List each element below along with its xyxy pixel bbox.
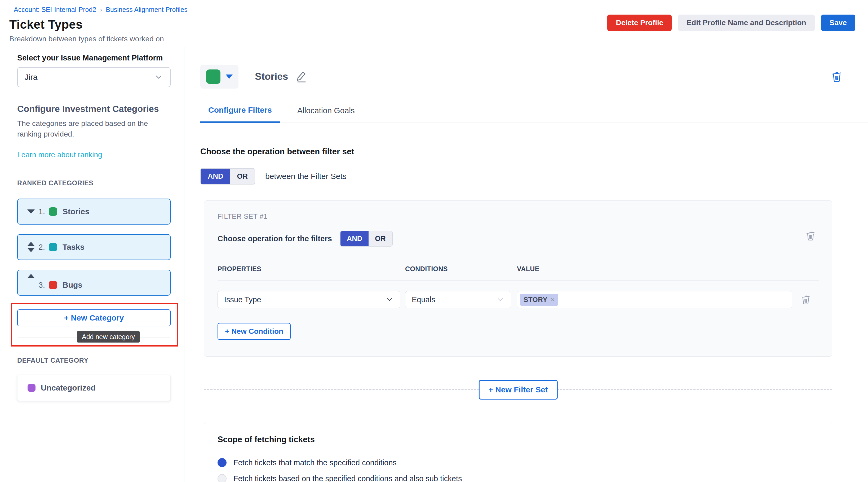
or-option[interactable]: OR xyxy=(230,169,255,184)
breadcrumb-profiles-link[interactable]: Business Alignment Profiles xyxy=(106,6,187,13)
category-name: Uncategorized xyxy=(41,383,96,392)
tab-configure-filters[interactable]: Configure Filters xyxy=(200,106,280,123)
default-category-label: DEFAULT CATEGORY xyxy=(17,357,170,364)
header-actions: Delete Profile Edit Profile Name and Des… xyxy=(607,14,855,31)
edit-category-name-icon[interactable] xyxy=(295,70,308,84)
filter-set-operation-row: AND OR between the Filter Sets xyxy=(200,168,832,184)
radio-unselected-icon[interactable] xyxy=(218,474,226,482)
new-category-button[interactable]: + New Category xyxy=(17,309,170,326)
category-header: Stories xyxy=(200,65,868,89)
platform-select-label: Select your Issue Management Platform xyxy=(17,54,170,62)
move-down-icon[interactable] xyxy=(25,209,37,214)
chevron-down-icon xyxy=(385,295,394,304)
scope-title: Scope of fetching tickets xyxy=(218,435,819,444)
sidebar: Select your Issue Management Platform Ji… xyxy=(0,47,184,482)
ranked-categories-label: RANKED CATEGORIES xyxy=(17,179,170,187)
new-filter-set-region: + New Filter Set xyxy=(204,380,832,399)
category-color-picker[interactable] xyxy=(200,65,239,89)
condition-dropdown[interactable]: Equals xyxy=(405,291,511,308)
conditions-column-header: CONDITIONS xyxy=(405,265,517,273)
filters-and-or-toggle[interactable]: AND OR xyxy=(340,231,393,247)
main-content: Stories Configure F xyxy=(184,47,868,482)
new-condition-button[interactable]: + New Condition xyxy=(218,323,291,340)
scope-option-match[interactable]: Fetch tickets that match the specified c… xyxy=(218,458,819,467)
investment-categories-title: Configure Investment Categories xyxy=(17,104,170,114)
investment-categories-description: The categories are placed based on the r… xyxy=(17,118,170,140)
value-multiselect-input[interactable]: STORY × xyxy=(517,291,792,308)
default-category-card: Uncategorized xyxy=(17,375,170,401)
tab-allocation-goals[interactable]: Allocation Goals xyxy=(289,106,363,122)
chip-remove-icon[interactable]: × xyxy=(551,296,555,304)
category-color-dot xyxy=(49,281,57,289)
tooltip-row: Add new category xyxy=(17,331,170,343)
value-column-header: VALUE xyxy=(517,265,819,273)
learn-more-ranking-link[interactable]: Learn more about ranking xyxy=(17,151,102,159)
and-option[interactable]: AND xyxy=(201,169,230,184)
filter-operation-row: Choose operation for the filters AND OR xyxy=(218,231,819,247)
caret-down-icon xyxy=(226,74,232,79)
filter-column-headers: PROPERTIES CONDITIONS VALUE xyxy=(218,265,819,273)
save-button[interactable]: Save xyxy=(821,14,855,31)
chevron-down-icon xyxy=(496,295,504,304)
category-card-stories[interactable]: 1. Stories xyxy=(17,199,170,224)
platform-select-value: Jira xyxy=(25,73,37,82)
add-new-category-tooltip: Add new category xyxy=(77,331,140,342)
category-color-dot xyxy=(49,243,57,251)
condition-dropdown-value: Equals xyxy=(412,295,435,304)
color-swatch xyxy=(206,69,220,84)
delete-condition-icon[interactable] xyxy=(800,293,812,306)
filter-set-operation-heading: Choose the operation between filter set xyxy=(200,147,832,156)
scope-card: Scope of fetching tickets Fetch tickets … xyxy=(204,422,832,482)
category-rank: 3. xyxy=(38,280,45,290)
scope-option-label: Fetch tickets that match the specified c… xyxy=(234,458,397,467)
scope-option-subtickets[interactable]: Fetch tickets based on the specified con… xyxy=(218,474,819,482)
platform-select[interactable]: Jira xyxy=(17,67,170,87)
breadcrumb-account-link[interactable]: Account: SEI-Internal-Prod2 xyxy=(14,6,96,13)
filter-set-card: FILTER SET #1 Choose operation for the f… xyxy=(204,201,832,357)
ticket-types-page: Account: SEI-Internal-Prod2 › Business A… xyxy=(0,0,868,482)
new-filter-set-button[interactable]: + New Filter Set xyxy=(478,380,557,399)
page-subtitle: Breakdown between types of tickets worke… xyxy=(9,35,868,43)
move-up-icon[interactable] xyxy=(25,274,37,278)
chevron-down-icon xyxy=(154,73,163,82)
filter-condition-row: Issue Type Equals xyxy=(218,291,819,308)
scope-options: Fetch tickets that match the specified c… xyxy=(218,458,819,482)
and-option[interactable]: AND xyxy=(340,231,369,246)
category-name: Bugs xyxy=(63,280,83,290)
category-card-bugs[interactable]: 3. Bugs xyxy=(17,270,170,296)
page-body: Select your Issue Management Platform Ji… xyxy=(0,47,868,482)
filters-panel: Choose the operation between filter set … xyxy=(200,147,868,482)
category-name: Stories xyxy=(63,207,90,216)
toggle-caption: between the Filter Sets xyxy=(265,172,347,181)
edit-profile-button[interactable]: Edit Profile Name and Description xyxy=(678,14,814,31)
breadcrumb-separator: › xyxy=(100,6,102,13)
delete-category-icon[interactable] xyxy=(830,69,844,84)
scope-option-label: Fetch tickets based on the specified con… xyxy=(234,474,462,482)
category-color-dot xyxy=(49,207,57,216)
category-rank: 1. xyxy=(38,207,45,216)
category-name: Tasks xyxy=(63,243,85,251)
tab-bar: Configure Filters Allocation Goals xyxy=(200,106,868,122)
or-option[interactable]: OR xyxy=(369,231,392,246)
top-bar: Account: SEI-Internal-Prod2 › Business A… xyxy=(0,0,868,47)
property-dropdown[interactable]: Issue Type xyxy=(218,291,400,308)
move-up-down-icon[interactable] xyxy=(25,242,37,252)
category-title: Stories xyxy=(255,71,288,82)
properties-column-header: PROPERTIES xyxy=(218,265,405,273)
filter-set-title: FILTER SET #1 xyxy=(218,212,819,220)
value-chip: STORY × xyxy=(520,294,558,306)
category-color-dot xyxy=(28,384,35,392)
and-or-toggle[interactable]: AND OR xyxy=(200,168,255,184)
ranked-category-list: 1. Stories 2. Tasks 3. Bugs xyxy=(17,199,170,296)
delete-filter-set-icon[interactable] xyxy=(804,229,816,242)
breadcrumb: Account: SEI-Internal-Prod2 › Business A… xyxy=(14,6,868,13)
new-category-region: + New Category Add new category xyxy=(17,309,170,343)
category-rank: 2. xyxy=(38,243,45,251)
divider xyxy=(218,280,819,280)
category-card-tasks[interactable]: 2. Tasks xyxy=(17,234,170,260)
filter-operation-label: Choose operation for the filters xyxy=(218,234,332,243)
radio-selected-icon[interactable] xyxy=(218,458,226,467)
delete-profile-button[interactable]: Delete Profile xyxy=(607,14,672,31)
value-chip-label: STORY xyxy=(524,296,548,304)
property-dropdown-value: Issue Type xyxy=(224,295,261,304)
